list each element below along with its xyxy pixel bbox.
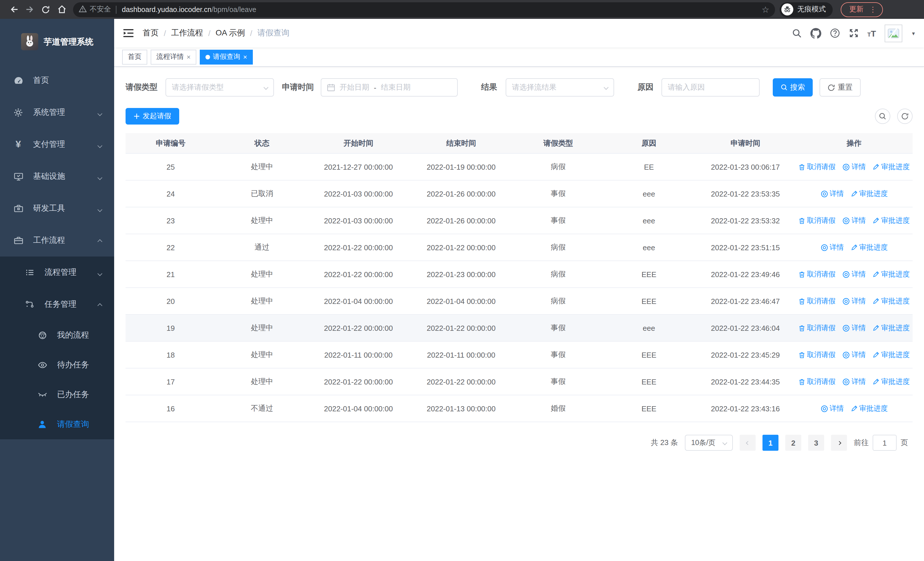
sidebar-item-leave-query[interactable]: 请假查询 (0, 410, 114, 439)
sidebar-item-infrastructure[interactable]: 基础设施 (0, 161, 114, 193)
forward-icon[interactable] (22, 2, 38, 17)
action-detail-link[interactable]: 详情 (842, 162, 866, 171)
breadcrumb-item[interactable]: OA 示例 (216, 28, 245, 38)
action-detail-link[interactable]: 详情 (842, 350, 866, 359)
total-count: 共 23 条 (651, 438, 678, 448)
reload-icon[interactable] (38, 2, 54, 17)
sidebar-collapse-icon[interactable] (123, 29, 134, 38)
action-progress-link[interactable]: 审批进度 (873, 296, 910, 306)
cell-id: 24 (126, 190, 216, 198)
action-cancel-link[interactable]: 取消请假 (798, 323, 836, 333)
app-logo[interactable]: 芋道管理系统 (0, 19, 114, 65)
goto-page-input[interactable] (873, 435, 897, 451)
update-button[interactable]: 更新 ⋮ (841, 2, 883, 17)
sidebar-item-my-process[interactable]: 我的流程 (0, 320, 114, 350)
action-cancel-link[interactable]: 取消请假 (798, 350, 836, 359)
action-progress-link[interactable]: 审批进度 (873, 323, 910, 333)
breadcrumb-item[interactable]: 工作流程 (171, 28, 203, 38)
github-icon[interactable] (810, 28, 821, 39)
action-detail-link[interactable]: 详情 (842, 269, 866, 279)
action-progress-link[interactable]: 审批进度 (873, 216, 910, 226)
create-leave-button[interactable]: 发起请假 (126, 108, 179, 125)
cell-leave-type: 事假 (514, 215, 603, 226)
back-icon[interactable] (6, 2, 22, 17)
action-detail-link[interactable]: 详情 (842, 377, 866, 387)
cell-status: 处理中 (216, 269, 308, 279)
sidebar-item-task-management[interactable]: 任务管理 (0, 289, 114, 320)
start-date-placeholder: 开始日期 (340, 82, 369, 93)
help-icon[interactable] (830, 28, 840, 38)
sidebar-item-process-management[interactable]: 流程管理 (0, 257, 114, 289)
search-button[interactable]: 搜索 (773, 78, 813, 96)
avatar[interactable] (885, 24, 902, 42)
breadcrumb-item[interactable]: 首页 (142, 28, 159, 38)
cell-leave-type: 病假 (514, 296, 603, 306)
page-button-2[interactable]: 2 (785, 435, 801, 451)
result-select[interactable]: 请选择流结果 (506, 78, 614, 96)
action-detail-link[interactable]: 详情 (842, 296, 866, 306)
action-progress-link[interactable]: 审批进度 (873, 350, 910, 359)
browser-menu-icon[interactable]: ⋮ (869, 5, 877, 14)
font-size-icon[interactable]: TT (867, 28, 876, 38)
select-placeholder: 请选择流结果 (512, 82, 601, 93)
cell-end-time: 2022-01-22 00:00:00 (409, 323, 514, 332)
reason-input[interactable]: 请输入原因 (662, 78, 760, 96)
action-cancel-link[interactable]: 取消请假 (798, 216, 836, 226)
sidebar-item-home[interactable]: 首页 (0, 65, 114, 96)
cell-apply-time: 2022-01-23 00:06:17 (695, 162, 796, 171)
home-icon[interactable] (54, 2, 70, 17)
refresh-table-button[interactable] (897, 108, 913, 124)
leave-type-select[interactable]: 请选择请假类型 (165, 78, 274, 96)
action-cancel-link[interactable]: 取消请假 (798, 296, 836, 306)
action-detail-link[interactable]: 详情 (820, 404, 844, 413)
action-detail-link[interactable]: 详情 (842, 323, 866, 333)
fullscreen-icon[interactable] (848, 28, 859, 38)
bookmark-star-icon[interactable]: ☆ (762, 4, 770, 15)
action-cancel-link[interactable]: 取消请假 (798, 377, 836, 387)
action-progress-link[interactable]: 审批进度 (873, 269, 910, 279)
toggle-search-button[interactable] (875, 108, 890, 124)
sidebar-item-label: 我的流程 (57, 330, 89, 340)
sidebar-item-devtools[interactable]: 研发工具 (0, 193, 114, 224)
sidebar-item-label: 基础设施 (33, 171, 65, 182)
tab-home[interactable]: 首页 (122, 50, 147, 64)
action-progress-link[interactable]: 审批进度 (850, 189, 888, 199)
security-label[interactable]: 不安全 (90, 5, 111, 14)
cell-leave-type: 事假 (514, 350, 603, 360)
action-detail-link[interactable]: 详情 (842, 216, 866, 226)
close-icon[interactable]: × (187, 53, 190, 61)
sidebar-item-workflow[interactable]: 工作流程 (0, 224, 114, 257)
action-cancel-link[interactable]: 取消请假 (798, 269, 836, 279)
sidebar-item-todo-tasks[interactable]: 待办任务 (0, 350, 114, 380)
action-detail-link[interactable]: 详情 (820, 242, 844, 252)
tab-process-detail[interactable]: 流程详情× (151, 50, 196, 64)
logo-image (21, 33, 38, 50)
update-label[interactable]: 更新 (849, 5, 864, 14)
action-detail-link[interactable]: 详情 (820, 189, 844, 199)
page-size-select[interactable]: 10条/页 (685, 435, 733, 451)
action-progress-link[interactable]: 审批进度 (873, 162, 910, 171)
action-cancel-link[interactable]: 取消请假 (798, 162, 836, 171)
cell-id: 25 (126, 162, 216, 171)
prev-page-button[interactable] (740, 435, 756, 451)
apply-time-range-picker[interactable]: 开始日期 - 结束日期 (321, 78, 458, 96)
action-progress-link[interactable]: 审批进度 (850, 404, 888, 413)
yen-icon: ¥ (11, 139, 25, 150)
sidebar-item-payment[interactable]: ¥ 支付管理 (0, 129, 114, 161)
avatar-caret-icon[interactable]: ▾ (912, 30, 915, 36)
create-leave-label: 发起请假 (142, 111, 171, 121)
cell-reason: EEE (603, 404, 695, 413)
page-button-3[interactable]: 3 (808, 435, 824, 451)
action-progress-link[interactable]: 审批进度 (850, 242, 888, 252)
reset-button[interactable]: 重置 (819, 78, 861, 96)
page-button-1[interactable]: 1 (762, 435, 778, 451)
tab-leave-query[interactable]: 请假查询× (200, 50, 253, 64)
close-icon[interactable]: × (243, 53, 247, 61)
sidebar-item-done-tasks[interactable]: 已办任务 (0, 380, 114, 410)
sidebar-item-system[interactable]: 系统管理 (0, 96, 114, 129)
column-header: 申请编号 (126, 138, 216, 148)
header-search-icon[interactable] (791, 28, 802, 38)
next-page-button[interactable] (831, 435, 847, 451)
action-progress-link[interactable]: 审批进度 (873, 377, 910, 387)
url-bar[interactable]: 不安全 dashboard.yudao.iocoder.cn/bpm/oa/le… (73, 2, 775, 17)
